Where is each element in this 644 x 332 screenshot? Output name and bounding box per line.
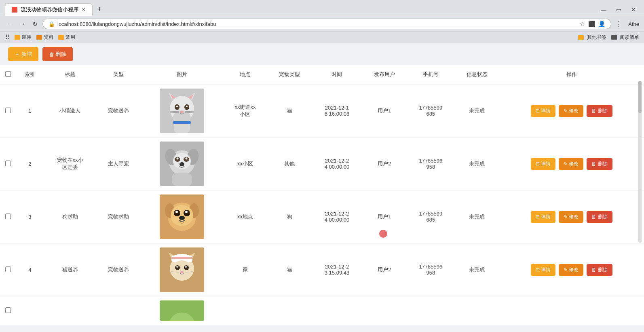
svg-point-52 bbox=[185, 266, 187, 268]
svg-point-51 bbox=[176, 266, 178, 268]
row-index: 2 bbox=[16, 137, 44, 190]
bookmark-star-icon[interactable]: ☆ bbox=[580, 21, 585, 27]
profile-icon[interactable]: 👤 bbox=[598, 21, 605, 27]
table-container: 索引 标题 类型 图片 地点 宠物类型 时间 发布用户 手机号 信息状态 操作 bbox=[0, 65, 644, 325]
header-image: 图片 bbox=[141, 65, 223, 84]
edit-button[interactable]: ✎ 修改 bbox=[559, 105, 583, 117]
row-checkbox[interactable] bbox=[5, 307, 11, 313]
detail-button[interactable]: ⊡ 详情 bbox=[531, 264, 555, 276]
row-checkbox[interactable] bbox=[5, 108, 11, 113]
header-title: 标题 bbox=[44, 65, 97, 84]
detail-button[interactable]: ⊡ 详情 bbox=[531, 158, 555, 170]
header-location: 地点 bbox=[223, 65, 268, 84]
back-button[interactable]: ← bbox=[5, 19, 15, 28]
row-image-cell bbox=[141, 190, 223, 243]
window-controls: — ▭ ✕ bbox=[598, 6, 639, 14]
edit-button[interactable]: ✎ 修改 bbox=[559, 264, 583, 276]
header-user: 发布用户 bbox=[362, 65, 407, 84]
row-checkbox[interactable] bbox=[5, 214, 11, 219]
edit-button[interactable]: ✎ 修改 bbox=[559, 211, 583, 223]
bookmark-apps[interactable]: 应用 bbox=[15, 34, 32, 41]
action-cell: ⊡ 详情 ✎ 修改 🗑 删除 bbox=[503, 263, 641, 277]
bookmark-label: 常用 bbox=[65, 34, 75, 41]
row-index: 4 bbox=[16, 243, 44, 296]
bookmark-common[interactable]: 常用 bbox=[58, 34, 75, 41]
svg-point-53 bbox=[180, 271, 184, 273]
tab-favicon bbox=[12, 7, 17, 13]
delete-button[interactable]: 🗑 删除 bbox=[587, 264, 612, 276]
tab-close-button[interactable]: ✕ bbox=[82, 7, 86, 13]
row-checkbox-cell bbox=[0, 84, 16, 137]
delete-button[interactable]: 🗑 删除 bbox=[587, 158, 612, 170]
status-badge: 未完成 bbox=[469, 108, 485, 114]
refresh-button[interactable]: ↻ bbox=[31, 19, 39, 29]
row-index bbox=[16, 296, 44, 325]
detail-button[interactable]: ⊡ 详情 bbox=[531, 211, 555, 223]
new-button-label: 新增 bbox=[21, 51, 32, 58]
delete-button-label: 删除 bbox=[56, 51, 66, 58]
extension-icon[interactable]: ⬛ bbox=[588, 21, 595, 27]
minimize-button[interactable]: — bbox=[598, 6, 610, 14]
row-checkbox[interactable] bbox=[5, 266, 11, 272]
menu-button[interactable]: ⋮ bbox=[614, 19, 622, 28]
detail-button[interactable]: ⊡ 详情 bbox=[531, 105, 555, 117]
close-button[interactable]: ✕ bbox=[628, 6, 639, 14]
delete-button[interactable]: 🗑 删除 bbox=[587, 105, 612, 117]
row-actions: ⊡ 详情 ✎ 修改 🗑 删除 bbox=[499, 190, 644, 243]
dog-svg bbox=[160, 142, 204, 186]
svg-rect-17 bbox=[173, 121, 191, 124]
bookmark-resources[interactable]: 资料 bbox=[36, 34, 53, 41]
row-checkbox-cell bbox=[0, 243, 16, 296]
row-image-cell bbox=[141, 84, 223, 137]
row-image bbox=[160, 142, 204, 186]
active-tab[interactable]: 流浪动物领养微信小程序 ✕ bbox=[5, 3, 93, 16]
folder-icon bbox=[15, 35, 20, 40]
svg-point-50 bbox=[184, 265, 189, 270]
other-bookmarks[interactable]: 其他书签 bbox=[578, 34, 606, 41]
row-location: xx小区 bbox=[223, 137, 268, 190]
row-pet-type: 其他 bbox=[267, 137, 312, 190]
select-all-checkbox[interactable] bbox=[5, 71, 11, 77]
reading-list[interactable]: 阅读清单 bbox=[611, 34, 639, 41]
lock-icon: 🔒 bbox=[49, 21, 55, 27]
header-type: 类型 bbox=[96, 65, 141, 84]
url-text: localhost:8080/liulangdongwujiuzhu/admin… bbox=[57, 21, 577, 27]
row-time: 2021-12-24 00:00:00 bbox=[312, 190, 362, 243]
row-actions: ⊡ 详情 ✎ 修改 🗑 删除 bbox=[499, 137, 644, 190]
maximize-button[interactable]: ▭ bbox=[613, 6, 625, 14]
row-image bbox=[160, 89, 204, 133]
forward-button[interactable]: → bbox=[18, 19, 27, 28]
row-title bbox=[44, 296, 97, 325]
cat4-svg bbox=[160, 247, 204, 292]
row-checkbox-cell bbox=[0, 190, 16, 243]
row-checkbox[interactable] bbox=[5, 161, 11, 166]
edit-button[interactable]: ✎ 修改 bbox=[559, 158, 583, 170]
scrollbar[interactable] bbox=[638, 81, 642, 243]
bookmark-label: 应用 bbox=[22, 34, 32, 41]
svg-point-25 bbox=[176, 158, 178, 160]
header-phone: 手机号 bbox=[407, 65, 455, 84]
address-actions: ☆ ⬛ 👤 bbox=[580, 21, 605, 27]
row-actions: ⊡ 详情 ✎ 修改 🗑 删除 bbox=[499, 84, 644, 137]
scroll-thumb[interactable] bbox=[638, 81, 642, 113]
list-icon bbox=[611, 35, 617, 40]
delete-button[interactable]: 🗑 删除 bbox=[587, 211, 612, 223]
status-badge: 未完成 bbox=[469, 214, 485, 220]
cat-svg bbox=[160, 89, 204, 133]
row-pet-type: 狗 bbox=[267, 190, 312, 243]
row-type: 宠物送养 bbox=[96, 243, 141, 296]
apps-grid-icon[interactable]: ⠿ bbox=[5, 34, 10, 41]
address-bar[interactable]: 🔒 localhost:8080/liulangdongwujiuzhu/adm… bbox=[42, 19, 611, 29]
profile-label: Athe bbox=[628, 21, 639, 27]
new-tab-button[interactable]: + bbox=[94, 5, 105, 14]
row-user: 用户2 bbox=[362, 243, 407, 296]
partial-svg bbox=[160, 300, 204, 321]
bookmarks-right: 其他书签 阅读清单 bbox=[578, 34, 639, 41]
table-row: 3 狗求助 宠物求助 bbox=[0, 190, 644, 243]
table-header-row: 索引 标题 类型 图片 地点 宠物类型 时间 发布用户 手机号 信息状态 操作 bbox=[0, 65, 644, 84]
svg-point-33 bbox=[171, 205, 193, 226]
table-row bbox=[0, 296, 644, 325]
batch-delete-button[interactable]: 🗑 删除 bbox=[42, 47, 73, 61]
new-button[interactable]: ＋ 新增 bbox=[8, 47, 38, 61]
data-table: 索引 标题 类型 图片 地点 宠物类型 时间 发布用户 手机号 信息状态 操作 bbox=[0, 65, 644, 325]
